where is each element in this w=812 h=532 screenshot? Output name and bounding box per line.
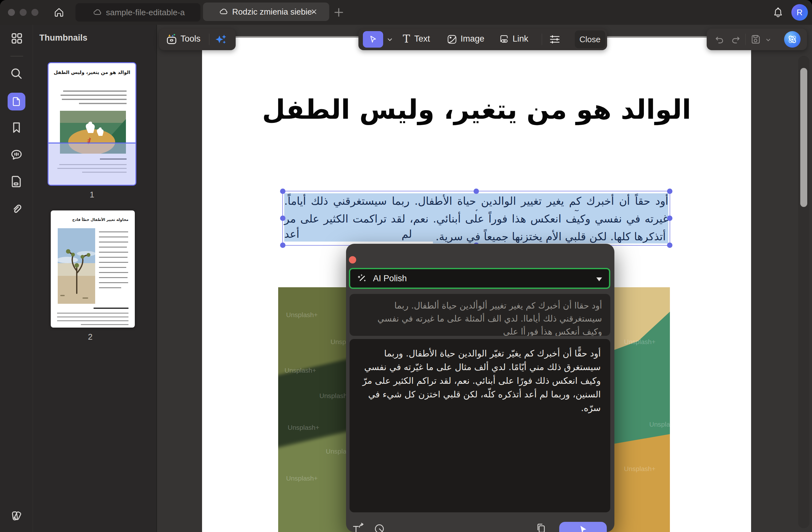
traffic-light-close[interactable] (8, 9, 15, 16)
page-number-1: 1 (47, 190, 136, 200)
ai-assistant-logo[interactable] (784, 31, 801, 47)
attachments-paperclip-icon[interactable] (10, 201, 24, 215)
text-line-bar (99, 287, 121, 288)
selection-handle[interactable] (474, 188, 479, 194)
avatar[interactable]: R (792, 4, 808, 20)
text-line-bar (57, 320, 129, 321)
text-line-bar (99, 252, 128, 253)
selection-handle[interactable] (667, 188, 672, 194)
redo-icon[interactable] (731, 34, 742, 45)
link-tool-button[interactable]: Link (512, 34, 528, 44)
watermark: Unsplash+ (288, 424, 319, 431)
panel-edge-divider (156, 25, 157, 532)
selection-handle[interactable] (667, 215, 672, 221)
search-icon[interactable] (10, 67, 24, 81)
thumb2-desert-image (58, 228, 95, 304)
thumb1-title: الوالد هو من يتغير، وليس الطفل (48, 70, 135, 75)
titlebar: sample-file-editable-a Rodzic zmienia si… (0, 0, 812, 25)
tools-toolbar-group: Tools (159, 29, 236, 50)
notifications-bell-icon[interactable] (772, 7, 784, 18)
caret-down-icon (596, 277, 602, 281)
cloud-icon (92, 8, 102, 17)
thumbnails-panel-title: Thumbnails (39, 33, 88, 43)
selection-handle[interactable] (280, 215, 286, 221)
page-thumbnail-2[interactable]: محاولة تغيير الأطفال خطأ فادح (51, 210, 135, 327)
text-line-bar (99, 272, 128, 273)
image-tool-icon[interactable] (447, 34, 458, 45)
text-line-bar (61, 95, 127, 96)
text-tool-icon[interactable]: T (403, 32, 410, 45)
close-edit-mode-button[interactable]: Close (575, 30, 605, 48)
ai-mode-dropdown[interactable]: AI Polish (349, 268, 610, 289)
save-options-chevron-icon[interactable] (765, 37, 771, 43)
cursor-icon (368, 34, 378, 44)
text-line-bar (99, 267, 126, 268)
ai-apply-button[interactable] (559, 522, 607, 532)
toolbox-icon[interactable] (165, 33, 178, 46)
replace-text-icon[interactable] (352, 522, 364, 532)
sidebar-item-thumbnails-active[interactable] (8, 93, 25, 110)
comments-icon[interactable] (10, 148, 24, 162)
rail-divider (33, 25, 33, 532)
dialog-close-button[interactable] (349, 256, 356, 264)
new-tab-icon[interactable] (332, 6, 345, 19)
text-line-bar (62, 99, 127, 100)
chevron-down-icon[interactable] (386, 36, 393, 43)
magic-wand-icon (357, 273, 367, 284)
ai-original-text-box: أود حقاا أن أخبرك كم يغير تغيير ألوألدين… (350, 294, 610, 336)
image-tool-button[interactable]: Image (461, 34, 484, 44)
traffic-light-zoom[interactable] (31, 9, 38, 16)
page-edit-icon[interactable] (10, 174, 24, 188)
tab-sample-file[interactable]: sample-file-editable-a (75, 3, 201, 22)
home-icon[interactable] (53, 7, 65, 18)
watermark: Unsplash+ (286, 475, 318, 482)
link-tool-icon[interactable] (498, 34, 509, 45)
selected-text-line: أتذكرها كلها. لكن قلبي الأم يختزنها جميع… (284, 229, 668, 244)
selection-handle[interactable] (280, 242, 286, 248)
grid-view-icon[interactable] (10, 31, 24, 45)
watermark: Unsplash+ (624, 338, 656, 346)
ai-polished-text: أود حقًّا أن أخبرك كم يغيّر تغيّر الوالد… (350, 339, 610, 422)
toolbar-divider (209, 34, 209, 45)
tools-button[interactable]: Tools (180, 34, 201, 44)
traffic-light-minimize[interactable] (20, 9, 27, 16)
text-selection-box[interactable]: أود حقاً أن أخبرك كم يغير تغيير الوالدين… (282, 191, 670, 246)
selection-handle[interactable] (280, 188, 286, 194)
document-title[interactable]: الوالد هو من يتغير، وليس الطفل (234, 94, 720, 125)
text-line-bar (99, 277, 128, 278)
tab-rodzic-active[interactable]: Rodzic zmienia siebie- (203, 2, 329, 21)
select-tool-button-active[interactable] (363, 31, 383, 47)
ai-assistant-dialog: AI Polish أود حقاا أن أخبرك كم يغير تغيي… (346, 244, 614, 532)
text-line-bar (57, 317, 129, 318)
copy-icon[interactable] (535, 522, 547, 532)
watermark: Unsplash+ (624, 465, 656, 473)
text-tool-button[interactable]: Text (414, 34, 430, 44)
appearance-swatches-icon[interactable] (10, 508, 24, 522)
text-line-bar (99, 257, 128, 258)
text-line-bar (57, 313, 129, 313)
text-line-bar (81, 324, 129, 325)
ai-original-text: أود حقاا أن أخبرك كم يغير تغيير ألوألدين… (350, 294, 610, 336)
bookmarks-icon[interactable] (10, 121, 24, 135)
ai-polished-text-box: أود حقًّا أن أخبرك كم يغيّر تغيّر الوالد… (350, 339, 610, 512)
close-tab-icon[interactable] (310, 8, 318, 16)
text-line-bar (79, 103, 127, 104)
text-line-bar (99, 232, 128, 232)
text-line-bar (99, 247, 127, 248)
page-thumbnail-1[interactable]: الوالد هو من يتغير، وليس الطفل (47, 62, 136, 186)
app-window: sample-file-editable-a Rodzic zmienia si… (0, 0, 812, 532)
scrollbar-thumb[interactable] (800, 68, 807, 207)
rail-separator (11, 56, 23, 56)
undo-icon[interactable] (714, 34, 724, 45)
save-icon[interactable] (750, 34, 761, 45)
tab-label: Rodzic zmienia siebie- (232, 7, 308, 17)
ai-sparkles-icon[interactable] (215, 33, 228, 46)
properties-sliders-icon[interactable] (549, 34, 560, 45)
regenerate-icon[interactable] (373, 523, 386, 532)
toolbar-divider (542, 34, 542, 45)
edit-toolbar-group: T Text Image Link C (359, 29, 607, 50)
ai-mode-label: AI Polish (373, 274, 407, 283)
selection-handle[interactable] (667, 242, 672, 248)
close-label: Close (580, 34, 600, 44)
cursor-icon (578, 524, 589, 532)
